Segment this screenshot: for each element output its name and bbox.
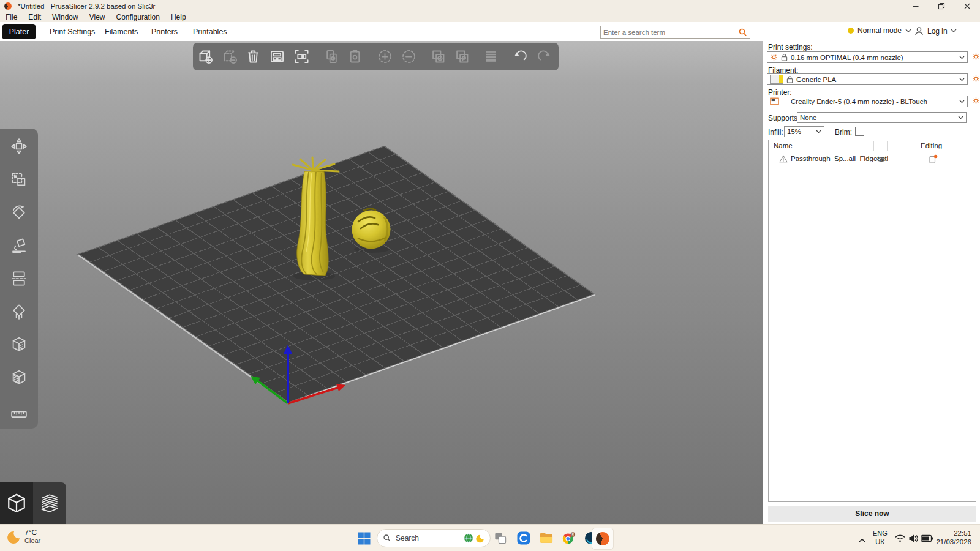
supports-select[interactable]: None <box>797 112 967 123</box>
preview-view-button[interactable] <box>33 482 66 524</box>
crescent-icon <box>475 534 484 543</box>
copilot-button[interactable] <box>517 531 530 545</box>
task-view-button[interactable] <box>494 531 507 545</box>
close-button[interactable] <box>954 0 980 12</box>
restore-button[interactable] <box>929 0 954 12</box>
search-icon[interactable] <box>738 28 748 37</box>
chrome-button[interactable]: R <box>562 531 576 545</box>
arrange-button[interactable] <box>268 48 286 66</box>
preview-layers-icon <box>38 492 61 515</box>
copy-button[interactable] <box>323 48 341 66</box>
battery-button[interactable] <box>920 531 933 545</box>
print-settings-value: 0.16 mm OPTIMAL (0.4 mm nozzle) <box>791 54 956 61</box>
wifi-button[interactable] <box>893 531 907 545</box>
login-label: Log in <box>927 27 948 36</box>
tray-expand-button[interactable] <box>855 533 869 547</box>
copilot-icon <box>517 531 530 545</box>
add-object-button[interactable] <box>197 48 214 66</box>
scale-tool[interactable] <box>9 169 29 190</box>
seam-painting-tool[interactable] <box>9 334 29 355</box>
cut-tool[interactable] <box>9 268 29 289</box>
remove-instance-button[interactable] <box>400 48 418 66</box>
clock[interactable]: 22:51 21/03/2026 <box>936 529 971 546</box>
measure-tool[interactable] <box>9 400 29 421</box>
tab-printers[interactable]: Printers <box>151 28 178 36</box>
printer-gear-button[interactable] <box>972 97 980 105</box>
tab-filaments[interactable]: Filaments <box>105 28 138 36</box>
arrange-selection-button[interactable] <box>293 48 311 66</box>
paste-button[interactable] <box>346 48 364 66</box>
edit-icon[interactable] <box>929 154 938 163</box>
delete-all-icon <box>245 48 262 65</box>
axes-indicator <box>251 345 345 403</box>
mode-selector[interactable]: Normal mode <box>848 26 911 35</box>
volume-button[interactable] <box>907 531 920 545</box>
slice-now-button[interactable]: Slice now <box>768 506 976 522</box>
login-button[interactable]: Log in <box>914 26 957 36</box>
3d-editor-view-button[interactable] <box>0 482 33 524</box>
copy-icon <box>323 48 340 65</box>
tab-printables[interactable]: Printables <box>193 28 227 36</box>
remove-instance-icon <box>401 48 417 65</box>
variable-layer-height-icon <box>483 48 499 65</box>
taskbar: 7°C Clear Search <box>0 524 980 551</box>
menu-edit[interactable]: Edit <box>23 13 47 21</box>
supports-label: Supports: <box>768 114 799 122</box>
split-to-parts-button[interactable] <box>453 48 471 66</box>
model-twisted-fidget-column[interactable] <box>293 157 339 276</box>
prusa-logo-icon <box>4 2 12 10</box>
split-to-objects-button[interactable] <box>429 48 447 66</box>
close-icon <box>962 1 972 11</box>
menu-configuration[interactable]: Configuration <box>111 13 165 21</box>
menubar: File Edit Window View Configuration Help <box>0 12 980 22</box>
screen: *Untitled - PrusaSlicer-2.9.2 based on S… <box>0 0 980 551</box>
filament-gear-button[interactable] <box>972 75 980 83</box>
place-on-face-tool[interactable] <box>9 235 29 256</box>
variable-layer-height-button[interactable] <box>482 48 500 66</box>
object-name: Passthrough_Sp...all_Fidget.stl <box>791 155 888 162</box>
start-button[interactable] <box>357 531 371 545</box>
model-slotted-sphere[interactable] <box>352 209 391 249</box>
chevron-down-icon <box>959 100 965 103</box>
weather-widget[interactable]: 7°C Clear <box>6 529 40 545</box>
top-toolbar <box>193 43 559 70</box>
infill-select[interactable]: 15% <box>784 126 824 137</box>
undo-button[interactable] <box>511 48 529 66</box>
language-indicator[interactable]: ENG UK <box>873 529 888 546</box>
multimaterial-painting-tool[interactable] <box>9 367 29 388</box>
taskbar-search[interactable]: Search <box>377 529 491 547</box>
add-instance-icon <box>377 48 393 65</box>
move-tool[interactable] <box>9 136 29 157</box>
left-toolbar <box>0 129 38 429</box>
filament-combo[interactable]: Generic PLA <box>767 73 968 85</box>
tab-print-settings[interactable]: Print Settings <box>50 28 95 36</box>
print-settings-gear-button[interactable] <box>972 53 980 61</box>
menu-view[interactable]: View <box>84 13 111 21</box>
brim-checkbox[interactable] <box>855 127 864 136</box>
tab-plater[interactable]: Plater <box>2 24 36 39</box>
remove-object-button[interactable] <box>221 48 239 66</box>
split-to-parts-icon <box>454 48 470 65</box>
add-instance-button[interactable] <box>376 48 394 66</box>
printer-combo[interactable]: Creality Ender-5 (0.4 mm nozzle) - BLTou… <box>767 96 968 107</box>
minimize-icon <box>911 1 921 11</box>
print-settings-combo[interactable]: 0.16 mm OPTIMAL (0.4 mm nozzle) <box>767 51 968 63</box>
prusaslicer-taskbar-button[interactable] <box>592 528 614 550</box>
eye-icon[interactable] <box>876 156 886 163</box>
paint-support-icon <box>10 302 28 321</box>
paint-support-tool[interactable] <box>9 301 29 322</box>
file-explorer-icon <box>540 532 553 544</box>
file-explorer-button[interactable] <box>540 531 553 545</box>
menu-file[interactable]: File <box>0 13 23 21</box>
redo-button[interactable] <box>535 48 553 66</box>
menu-window[interactable]: Window <box>47 13 84 21</box>
scene-overlay <box>0 41 763 524</box>
3d-viewport[interactable] <box>0 41 763 524</box>
add-object-icon <box>197 48 214 65</box>
object-list-row[interactable]: Passthrough_Sp...all_Fidget.stl <box>769 152 976 165</box>
rotate-tool[interactable] <box>9 202 29 223</box>
delete-all-button[interactable] <box>244 48 262 66</box>
search-input[interactable] <box>601 29 738 36</box>
minimize-button[interactable] <box>903 0 929 12</box>
menu-help[interactable]: Help <box>165 13 192 21</box>
